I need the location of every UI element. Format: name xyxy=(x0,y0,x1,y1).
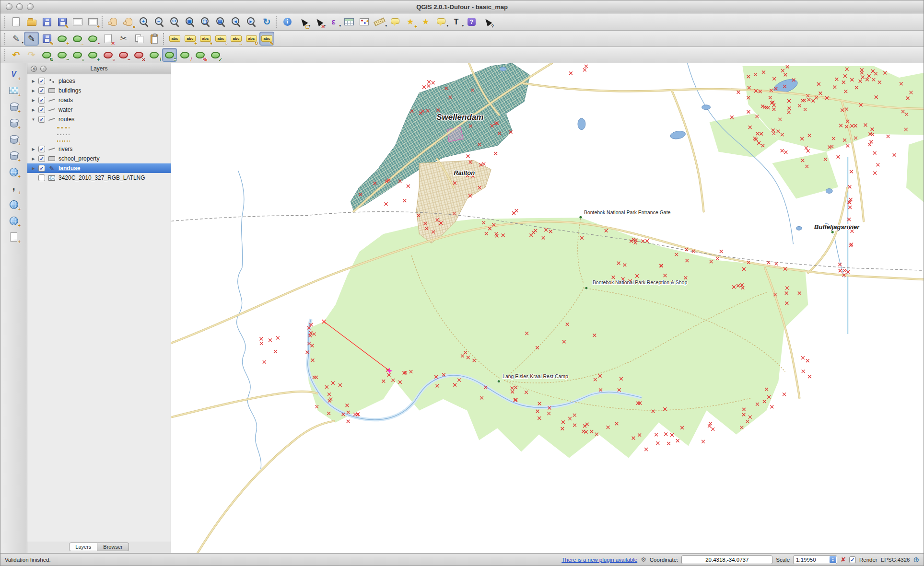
help-contents-icon[interactable]: ? xyxy=(464,15,479,29)
layer-row-school_property[interactable]: ▶✓school_property xyxy=(27,154,171,163)
layer-visibility-checkbox[interactable]: ✓ xyxy=(38,146,45,152)
rotate-features-icon[interactable]: ↻ xyxy=(39,48,54,62)
toggle-editing-icon[interactable]: ✎ xyxy=(24,32,39,46)
zoom-to-selection-icon[interactable]: ▢ xyxy=(198,15,213,29)
text-annotation-dropdown-arrow[interactable]: ▾ xyxy=(462,24,464,28)
zoom-button[interactable] xyxy=(27,3,34,10)
deselect-features-icon[interactable]: ✕▾ xyxy=(311,15,326,29)
layer-visibility-checkbox[interactable]: ✓ xyxy=(38,155,45,162)
expand-arrow-icon[interactable]: ▶ xyxy=(31,98,36,103)
symbology-swatch-row[interactable] xyxy=(27,124,171,131)
paste-features-icon[interactable] xyxy=(147,32,162,46)
layer-row-landuse[interactable]: ▶✓✎landuse xyxy=(27,163,171,173)
coordinate-input[interactable] xyxy=(681,555,772,564)
layer-visibility-checkbox[interactable]: ✓ xyxy=(38,97,45,104)
current-edits-icon[interactable]: ✎▾ xyxy=(9,32,23,46)
add-feature-icon[interactable]: + xyxy=(55,32,70,46)
expand-arrow-icon[interactable]: ▶ xyxy=(31,147,36,151)
delete-selected-icon[interactable]: ✕ xyxy=(101,32,116,46)
layer-row-3420C_2010_327_RGB_LATLNG[interactable]: 3420C_2010_327_RGB_LATLNG xyxy=(27,173,171,183)
offset-curve-icon[interactable]: = xyxy=(162,48,177,62)
add-spatialite-layer-icon[interactable]: + xyxy=(6,116,21,130)
render-checkbox[interactable] xyxy=(849,556,856,563)
expand-arrow-icon[interactable]: ▶ xyxy=(31,79,36,83)
layer-row-rivers[interactable]: ▶✓rivers xyxy=(27,144,171,154)
tab-layers[interactable]: Layers xyxy=(69,543,97,551)
expand-arrow-icon[interactable]: ▶ xyxy=(31,157,36,161)
undo-icon[interactable]: ↶ xyxy=(9,48,23,62)
crs-status-icon[interactable] xyxy=(913,556,919,563)
label-pin-icon[interactable]: abc▾ xyxy=(198,32,213,46)
add-wfs-layer-icon[interactable]: + xyxy=(6,214,21,228)
title-bar[interactable]: QGIS 2.0.1-Dufour - basic_map xyxy=(0,0,924,13)
new-shapefile-layer-icon[interactable]: + xyxy=(6,230,21,244)
layer-row-routes[interactable]: ▼✓routes xyxy=(27,115,171,124)
copy-features-icon[interactable] xyxy=(131,32,146,46)
zoom-next-icon[interactable]: ▸ xyxy=(244,15,259,29)
run-feature-action-dropdown-arrow[interactable]: ▾ xyxy=(339,24,341,28)
symbology-swatch-row[interactable] xyxy=(27,131,171,138)
add-mssql-layer-icon[interactable]: + xyxy=(6,132,21,146)
node-tool-icon[interactable]: ▪ xyxy=(85,32,100,46)
plugin-link[interactable]: There is a new plugin available xyxy=(561,557,637,563)
label-add-icon[interactable]: abc+ xyxy=(183,32,198,46)
open-attribute-table-icon[interactable] xyxy=(341,15,356,29)
layer-row-water[interactable]: ▶✓water xyxy=(27,105,171,115)
whats-this-icon[interactable]: ? xyxy=(480,15,494,29)
annotation-dropdown-arrow[interactable]: ▾ xyxy=(446,24,448,28)
save-project-icon[interactable] xyxy=(39,15,54,29)
zoom-to-layer-icon[interactable]: ▤ xyxy=(213,15,228,29)
fill-ring-icon[interactable]: ○ xyxy=(101,48,116,62)
select-features-dropdown-arrow[interactable]: ▾ xyxy=(308,24,310,28)
layer-row-buildings[interactable]: ▶✓buildings xyxy=(27,86,171,95)
map-tips-icon[interactable] xyxy=(387,15,402,29)
zoom-full-icon[interactable]: ▣ xyxy=(183,15,198,29)
save-layer-edits-icon[interactable]: ✎ xyxy=(39,32,54,46)
add-wms-layer-icon[interactable]: + xyxy=(6,165,21,179)
new-bookmark-icon[interactable]: ★+ xyxy=(403,15,418,29)
zoom-last-icon[interactable]: ◂ xyxy=(229,15,244,29)
split-features-icon[interactable]: / xyxy=(177,48,192,62)
zoom-out-icon[interactable]: − xyxy=(152,15,167,29)
label-move-icon[interactable]: abc→ xyxy=(229,32,244,46)
add-wcs-layer-icon[interactable]: + xyxy=(6,197,21,211)
layer-visibility-checkbox[interactable]: ✓ xyxy=(38,116,45,123)
zoom-in-icon[interactable]: + xyxy=(137,15,152,29)
add-oracle-layer-icon[interactable]: + xyxy=(6,149,21,162)
move-feature-icon[interactable]: → xyxy=(70,32,85,46)
show-bookmarks-icon[interactable]: ★ xyxy=(418,15,433,29)
measure-dropdown-arrow[interactable]: ▾ xyxy=(385,24,387,28)
current-edits-dropdown-arrow[interactable]: ▾ xyxy=(22,41,23,45)
cut-features-icon[interactable]: ✂ xyxy=(116,32,131,46)
text-annotation-icon[interactable]: T▾ xyxy=(449,15,464,29)
layer-visibility-checkbox[interactable]: ✓ xyxy=(38,87,45,94)
add-vector-layer-icon[interactable]: V+ xyxy=(6,67,21,81)
delete-ring-icon[interactable]: − xyxy=(116,48,131,62)
layer-visibility-checkbox[interactable]: ✓ xyxy=(38,106,45,113)
layer-row-places[interactable]: ▶✓places xyxy=(27,76,171,86)
scale-stepper[interactable] xyxy=(830,556,836,563)
field-calculator-icon[interactable] xyxy=(357,15,372,29)
select-features-icon[interactable]: ▢▾ xyxy=(295,15,310,29)
annotation-icon[interactable]: ▾ xyxy=(433,15,448,29)
layer-visibility-checkbox[interactable]: ✓ xyxy=(38,165,45,172)
labeling-icon[interactable]: abc xyxy=(167,32,182,46)
expand-arrow-icon[interactable]: ▶ xyxy=(31,166,36,171)
symbology-swatch-row[interactable] xyxy=(27,138,171,144)
save-project-as-icon[interactable]: ✎ xyxy=(55,15,70,29)
add-delimited-text-layer-icon[interactable]: ,+ xyxy=(6,181,21,195)
refresh-map-icon[interactable]: ↻ xyxy=(259,15,274,29)
map-canvas[interactable]: SwellendamRailtonBuffeljagsrivierBontebo… xyxy=(171,63,924,553)
run-feature-action-icon[interactable]: ε▾ xyxy=(326,15,341,29)
open-project-icon[interactable] xyxy=(24,15,39,29)
expand-arrow-icon[interactable]: ▶ xyxy=(31,89,36,93)
label-rotate-icon[interactable]: abc↻ xyxy=(244,32,259,46)
add-part-icon[interactable]: + xyxy=(85,48,100,62)
layer-visibility-checkbox[interactable] xyxy=(38,174,45,181)
new-print-composer-icon[interactable] xyxy=(70,15,85,29)
add-postgis-layer-icon[interactable]: + xyxy=(6,100,21,114)
tab-browser[interactable]: Browser xyxy=(97,543,129,551)
layer-visibility-checkbox[interactable]: ✓ xyxy=(38,78,45,84)
zoom-native-icon[interactable]: 1:1 xyxy=(167,15,182,29)
composer-manager-icon[interactable]: + xyxy=(85,15,100,29)
